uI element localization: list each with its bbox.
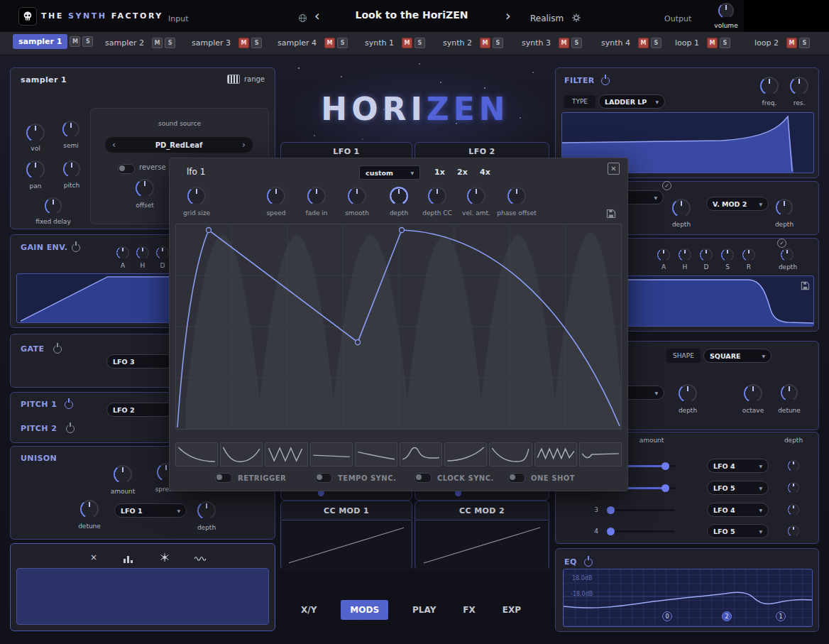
pitch2-power-icon[interactable] bbox=[66, 425, 75, 433]
clock-sync-toggle[interactable] bbox=[414, 473, 432, 483]
tab-loop-1[interactable]: loop 1 M S bbox=[669, 36, 730, 50]
solo-button[interactable]: S bbox=[571, 38, 582, 48]
solo-button[interactable]: S bbox=[414, 38, 425, 48]
tab-label[interactable]: loop 1 bbox=[669, 36, 705, 50]
env-sustain-knob[interactable] bbox=[721, 249, 734, 261]
matrix-slider-3[interactable] bbox=[608, 509, 675, 511]
zoom-1x-button[interactable]: 1x bbox=[434, 168, 445, 177]
filter-res-knob[interactable] bbox=[790, 77, 808, 95]
tab-xy[interactable]: X/Y bbox=[298, 600, 319, 620]
bars-icon[interactable] bbox=[123, 552, 134, 566]
mute-button[interactable]: M bbox=[402, 38, 412, 48]
filter-power-icon[interactable] bbox=[601, 77, 610, 85]
fixed-delay-knob[interactable] bbox=[45, 197, 62, 214]
tempo-sync-toggle[interactable] bbox=[315, 473, 332, 483]
mute-button[interactable]: M bbox=[70, 36, 80, 47]
offset-knob[interactable] bbox=[136, 179, 154, 197]
grid-size-knob[interactable] bbox=[187, 187, 206, 205]
solo-button[interactable]: S bbox=[493, 38, 503, 48]
matrix-mod-select-2[interactable]: LFO 5 ▼ bbox=[707, 481, 769, 495]
wave-thumb-triangle[interactable] bbox=[265, 442, 307, 466]
tab-synth-3[interactable]: synth 3 M S bbox=[516, 36, 582, 50]
slider-handle[interactable] bbox=[661, 484, 669, 492]
tab-play[interactable]: PLAY bbox=[410, 600, 439, 620]
one-shot-toggle[interactable] bbox=[508, 473, 525, 483]
save-icon[interactable] bbox=[801, 280, 810, 293]
mute-button[interactable]: M bbox=[238, 38, 249, 48]
tab-sampler-3[interactable]: sampler 3 M S bbox=[186, 36, 262, 50]
range-control[interactable]: range bbox=[227, 75, 265, 84]
solo-button[interactable]: S bbox=[82, 36, 93, 47]
tab-label[interactable]: synth 2 bbox=[437, 36, 478, 50]
eq-node-1[interactable]: 1 bbox=[776, 611, 786, 621]
master-volume-knob[interactable] bbox=[718, 3, 734, 18]
visualizer-display[interactable] bbox=[16, 568, 269, 625]
zoom-2x-button[interactable]: 2x bbox=[457, 168, 468, 177]
pitch1-power-icon[interactable] bbox=[65, 400, 73, 409]
wave-thumb-dip[interactable] bbox=[579, 442, 622, 466]
filter-mod2-select[interactable]: V. MOD 2 ▼ bbox=[706, 197, 769, 211]
cc-mod-2-display[interactable] bbox=[416, 520, 548, 570]
shape-detune-knob[interactable] bbox=[781, 384, 798, 401]
tab-label[interactable]: synth 1 bbox=[359, 36, 400, 50]
waveform-icon[interactable] bbox=[194, 552, 207, 566]
vel-amt-knob[interactable] bbox=[467, 187, 485, 205]
gain-env-hold-knob[interactable] bbox=[136, 246, 149, 259]
matrix-slider-4[interactable] bbox=[608, 530, 675, 533]
tab-loop-2[interactable]: loop 2 M S bbox=[749, 36, 810, 50]
tab-label[interactable]: sampler 2 bbox=[99, 36, 150, 50]
wave-type-select[interactable]: custom ▼ bbox=[359, 165, 420, 180]
tab-mods[interactable]: MODS bbox=[341, 600, 388, 620]
wave-thumb-slope[interactable] bbox=[355, 442, 397, 466]
filter-mod1-depth-knob[interactable] bbox=[672, 199, 691, 217]
filter-freq-knob[interactable] bbox=[760, 77, 779, 95]
unison-depth-knob[interactable] bbox=[197, 501, 216, 520]
wave-thumb-flat[interactable] bbox=[310, 442, 353, 466]
unison-detune-knob[interactable] bbox=[80, 500, 99, 518]
mute-button[interactable]: M bbox=[152, 38, 163, 48]
tab-label[interactable]: sampler 4 bbox=[272, 36, 322, 50]
matrix-depth-knob-4[interactable] bbox=[788, 525, 799, 537]
vol-knob[interactable] bbox=[26, 124, 45, 142]
mute-button[interactable]: M bbox=[707, 38, 718, 48]
solo-button[interactable]: S bbox=[799, 38, 810, 48]
tab-label[interactable]: synth 3 bbox=[516, 36, 556, 50]
solo-button[interactable]: S bbox=[337, 38, 348, 48]
speed-knob[interactable] bbox=[267, 187, 285, 205]
tab-sampler-2[interactable]: sampler 2 M S bbox=[99, 36, 175, 50]
solo-button[interactable]: S bbox=[251, 38, 262, 48]
spider-icon[interactable] bbox=[160, 552, 170, 565]
shape-select[interactable]: SQUARE ▼ bbox=[703, 349, 772, 363]
wave-thumb-hook[interactable] bbox=[489, 442, 532, 466]
globe-icon[interactable] bbox=[298, 12, 307, 26]
matrix-depth-knob-3[interactable] bbox=[788, 504, 799, 515]
unison-mod-select[interactable]: LFO 1 ▼ bbox=[114, 503, 187, 518]
depth-knob[interactable] bbox=[390, 187, 408, 205]
matrix-depth-knob-2[interactable] bbox=[788, 482, 799, 493]
slider-handle[interactable] bbox=[607, 506, 615, 514]
tab-fx[interactable]: FX bbox=[460, 600, 478, 620]
wave-thumb-decay[interactable] bbox=[175, 442, 218, 466]
mute-button[interactable]: M bbox=[559, 38, 569, 48]
mute-button[interactable]: M bbox=[638, 38, 649, 48]
gain-env-attack-knob[interactable] bbox=[116, 246, 129, 259]
filter-type-select[interactable]: LADDER LP ▼ bbox=[598, 94, 665, 109]
slider-handle[interactable] bbox=[661, 462, 669, 470]
source-prev-chevron[interactable]: ‹ bbox=[112, 139, 116, 151]
tab-synth-2[interactable]: synth 2 M S bbox=[437, 36, 503, 50]
wave-thumb-bump[interactable] bbox=[400, 442, 442, 466]
preset-title[interactable]: Look to the HoriZEN bbox=[334, 9, 490, 21]
env-depth-knob[interactable] bbox=[781, 249, 794, 261]
save-icon[interactable] bbox=[606, 208, 616, 222]
check-circle-icon[interactable]: ✓ bbox=[777, 239, 786, 248]
gate-power-icon[interactable] bbox=[53, 345, 62, 354]
filter-mod2-depth-knob[interactable] bbox=[776, 199, 793, 216]
solo-button[interactable]: S bbox=[651, 38, 661, 48]
check-circle-icon[interactable]: ✓ bbox=[662, 181, 671, 190]
mute-button[interactable]: M bbox=[324, 38, 335, 48]
tab-sampler-4[interactable]: sampler 4 M S bbox=[272, 36, 348, 50]
env-release-knob[interactable] bbox=[742, 249, 755, 261]
mode-label[interactable]: Realism bbox=[530, 13, 564, 23]
eq-display[interactable]: 18.0dB -18.0dB 0 2 1 bbox=[563, 569, 813, 627]
wave-thumb-rise[interactable] bbox=[444, 442, 487, 466]
